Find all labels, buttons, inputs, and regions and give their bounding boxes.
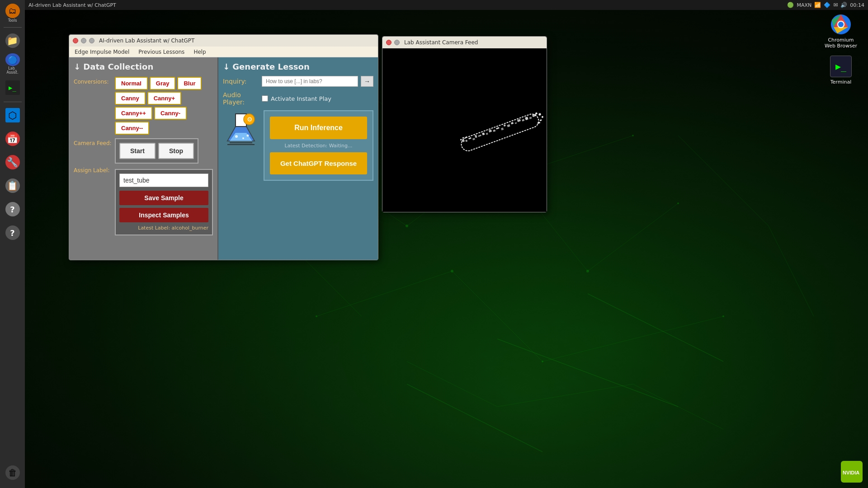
nvidia-tray-icon: 🟢 xyxy=(787,2,794,8)
svg-point-36 xyxy=(247,135,249,137)
assign-label-text: Assign Label: xyxy=(74,167,112,174)
taskbar-trash[interactable]: 🗑 xyxy=(2,462,24,483)
email-icon: ✉ xyxy=(833,2,838,8)
svg-rect-41 xyxy=(459,112,540,153)
svg-rect-58 xyxy=(517,119,520,122)
svg-rect-48 xyxy=(482,132,485,135)
taskbar-settings[interactable]: 🔧 xyxy=(2,151,24,173)
btn-canny-plusplus[interactable]: Canny++ xyxy=(115,107,152,120)
latest-label-text: Latest Label: alcohol_burner xyxy=(119,225,208,231)
audio-row: Audio Player: Activate Instant Play xyxy=(223,91,373,106)
camera-feed-section: Camera Feed: Start Stop xyxy=(74,138,213,164)
svg-rect-56 xyxy=(510,122,513,124)
btn-gray[interactable]: Gray xyxy=(150,77,176,90)
camera-control-buttons: Start Stop xyxy=(115,138,198,164)
svg-line-13 xyxy=(497,384,633,407)
svg-rect-45 xyxy=(472,138,475,140)
svg-rect-59 xyxy=(522,119,524,121)
activate-instant-play-label: Activate Instant Play xyxy=(271,95,331,102)
svg-line-17 xyxy=(407,384,542,452)
test-tube-detection-image xyxy=(451,95,547,165)
btn-canny-minusminus[interactable]: Canny-- xyxy=(115,122,149,135)
data-collection-panel: ↓ Data Collection Conversions: Normal Gr… xyxy=(69,57,218,260)
svg-line-11 xyxy=(769,226,814,316)
taskbar-tools[interactable]: 🗂 Tools xyxy=(2,2,24,24)
taskbar-bottom: 🗑 xyxy=(2,462,24,484)
svg-rect-47 xyxy=(478,135,481,137)
desktop-icon-chromium[interactable]: Chromium Web Browser xyxy=(823,14,859,49)
svg-point-21 xyxy=(451,270,453,272)
assign-area: Save Sample Inspect Samples Latest Label… xyxy=(115,169,213,235)
app-window: AI-driven Lab Assistant w/ ChatGPT Edge … xyxy=(69,34,378,260)
menu-previous-lessons[interactable]: Previous Lessons xyxy=(137,48,186,56)
svg-rect-61 xyxy=(529,117,532,119)
chatgpt-response-button[interactable]: Get ChatGPT Response xyxy=(270,152,367,174)
btn-canny-minus[interactable]: Canny- xyxy=(154,107,187,120)
taskbar-calendar[interactable]: 📅 xyxy=(2,128,24,150)
svg-rect-53 xyxy=(500,127,503,130)
menu-help[interactable]: Help xyxy=(192,48,208,56)
svg-line-16 xyxy=(588,294,723,361)
close-button[interactable] xyxy=(73,38,78,43)
inquiry-label: Inquiry: xyxy=(223,78,259,85)
activate-instant-play-checkbox[interactable] xyxy=(262,95,268,102)
svg-rect-49 xyxy=(486,133,488,135)
inquiry-arrow-button[interactable]: → xyxy=(361,76,373,87)
svg-point-35 xyxy=(242,137,244,139)
app-menubar: Edge Impulse Model Previous Lessons Help xyxy=(69,47,378,57)
camera-close-button[interactable] xyxy=(386,40,392,45)
btn-canny[interactable]: Canny xyxy=(115,92,146,105)
inquiry-input[interactable] xyxy=(262,76,358,87)
taskbar-terminal[interactable]: ▶_ xyxy=(2,77,24,99)
svg-rect-57 xyxy=(514,122,517,124)
svg-line-4 xyxy=(316,271,452,316)
lesson-title: ↓ Generate Lesson xyxy=(223,62,373,71)
taskbar-files[interactable]: 📁 xyxy=(2,30,24,52)
start-camera-button[interactable]: Start xyxy=(119,143,156,159)
volume-icon: 🔊 xyxy=(840,2,847,8)
btn-blur[interactable]: Blur xyxy=(177,77,202,90)
run-inference-button[interactable]: Run Inference xyxy=(270,117,367,139)
svg-rect-54 xyxy=(503,124,505,127)
terminal-label: Terminal xyxy=(830,79,852,85)
taskbar-lab-assistant[interactable]: 🔵 Lab_Assist. xyxy=(2,53,24,75)
inspect-samples-button[interactable]: Inspect Samples xyxy=(119,208,208,222)
svg-line-10 xyxy=(678,136,769,226)
conversions-section: Conversions: Normal Gray Blur Canny Cann… xyxy=(74,77,213,135)
desktop-icon-terminal[interactable]: ▶_ Terminal xyxy=(823,56,859,85)
taskbar-clipboard[interactable]: 📋 xyxy=(2,175,24,197)
svg-rect-63 xyxy=(460,139,462,141)
assign-label-section: Assign Label: Save Sample Inspect Sample… xyxy=(74,167,213,252)
svg-point-22 xyxy=(542,361,543,362)
tools-label: Tools xyxy=(8,19,17,23)
svg-point-23 xyxy=(677,202,679,204)
taskbar-vscode[interactable]: ⬡ xyxy=(2,104,24,126)
svg-text:NVIDIA: NVIDIA xyxy=(843,470,859,475)
menu-edge-impulse[interactable]: Edge Impulse Model xyxy=(73,48,131,56)
system-bar: AI-driven Lab Assistant w/ ChatGPT 🟢 MAX… xyxy=(25,0,868,10)
camera-minimize-button[interactable] xyxy=(394,40,400,45)
btn-normal[interactable]: Normal xyxy=(115,77,148,90)
lesson-main-area: ⚙ Run Inference Latest Detection: Waitin… xyxy=(223,110,373,255)
lab-label: Lab_Assist. xyxy=(7,67,19,75)
minimize-button[interactable] xyxy=(81,38,86,43)
inquiry-row: Inquiry: → xyxy=(223,76,373,87)
svg-line-6 xyxy=(542,316,723,361)
taskbar-help[interactable]: ? xyxy=(2,198,24,220)
taskbar-help2[interactable]: ? xyxy=(2,222,24,244)
stop-camera-button[interactable]: Stop xyxy=(158,143,194,159)
svg-rect-67 xyxy=(538,113,541,116)
maximize-button[interactable] xyxy=(89,38,94,43)
save-sample-button[interactable]: Save Sample xyxy=(119,191,208,205)
camera-titlebar: Lab Assistant Camera Feed xyxy=(382,37,547,48)
taskbar-sep-2 xyxy=(4,102,22,102)
svg-rect-64 xyxy=(462,137,464,139)
generate-lesson-panel: ↓ Generate Lesson Inquiry: → Audio Playe… xyxy=(218,57,378,260)
svg-point-34 xyxy=(235,135,238,138)
conversion-buttons-group: Normal Gray Blur Canny Canny+ Canny++ Ca… xyxy=(115,77,213,135)
window-content: ↓ Data Collection Conversions: Normal Gr… xyxy=(69,57,378,260)
btn-canny-plus[interactable]: Canny+ xyxy=(147,92,181,105)
label-input[interactable] xyxy=(119,174,208,187)
svg-rect-43 xyxy=(465,140,467,142)
camera-feed-display xyxy=(382,48,547,212)
